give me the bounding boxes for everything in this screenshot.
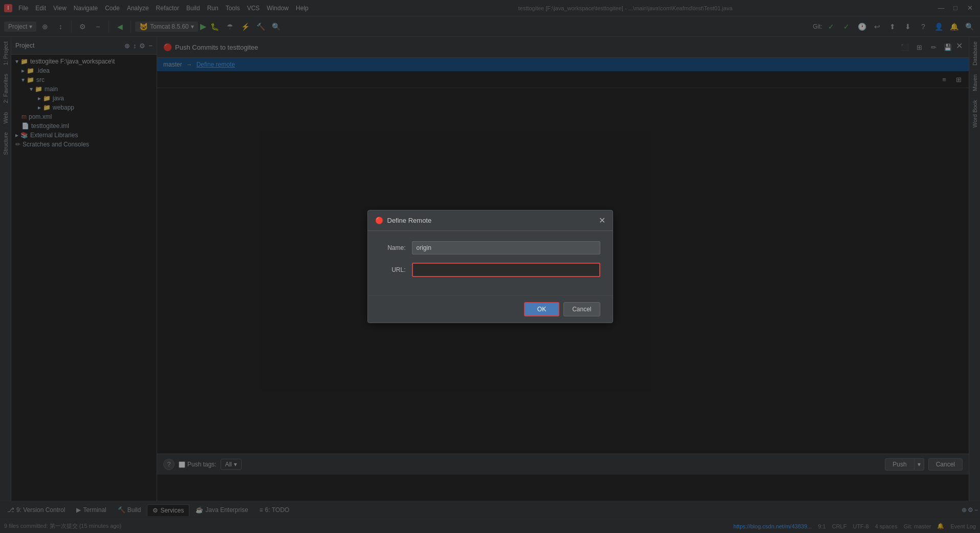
- dialog-overlay: 🔴 Define Remote ✕ Name: URL: OK Cancel: [0, 0, 980, 533]
- name-field: Name:: [380, 241, 600, 254]
- dialog-title-text: Define Remote: [387, 217, 432, 224]
- name-input[interactable]: [412, 241, 600, 254]
- dialog-icon: 🔴: [375, 217, 383, 224]
- dialog-body: Name: URL:: [368, 231, 613, 295]
- dialog-close-button[interactable]: ✕: [599, 216, 605, 225]
- define-remote-dialog: 🔴 Define Remote ✕ Name: URL: OK Cancel: [367, 210, 613, 323]
- dialog-header: 🔴 Define Remote ✕: [368, 210, 613, 231]
- url-field: URL:: [380, 263, 600, 277]
- dialog-cancel-button[interactable]: Cancel: [563, 302, 600, 316]
- dialog-ok-button[interactable]: OK: [524, 302, 559, 316]
- dialog-footer: OK Cancel: [368, 295, 613, 323]
- url-input[interactable]: [412, 263, 600, 277]
- url-label: URL:: [380, 266, 406, 273]
- dialog-title: 🔴 Define Remote: [375, 217, 432, 224]
- name-label: Name:: [380, 244, 406, 251]
